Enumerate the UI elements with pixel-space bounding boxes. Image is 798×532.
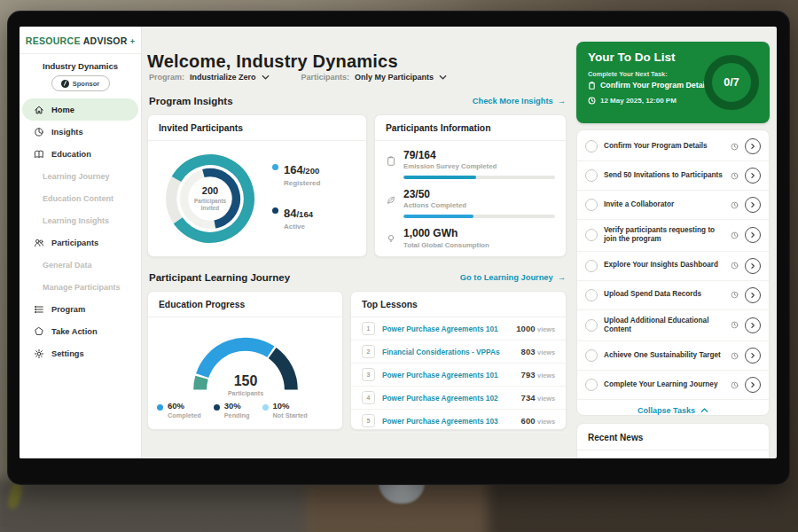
gauge-center: 150 Participants [178, 374, 313, 396]
task-checkbox[interactable] [585, 260, 598, 272]
sidebar-item-label: Learning Journey [43, 172, 110, 181]
logo-plus: + [130, 37, 136, 46]
legend-label: Registered [284, 179, 320, 187]
lesson-row: 5 Power Purchase Agreements 103 600 view… [351, 410, 566, 433]
card-title: Education Progress [148, 292, 342, 317]
sidebar-item-program[interactable]: Program [22, 298, 138, 320]
lesson-link[interactable]: Power Purchase Agreements 101 [382, 371, 514, 379]
clock-icon [731, 231, 739, 239]
task-go-button[interactable] [745, 317, 761, 333]
lesson-views-count: 803 [521, 347, 536, 356]
program-filter[interactable]: Program: Industrialize Zero [149, 73, 270, 82]
sidebar-item-general-data[interactable]: General Data [22, 254, 138, 276]
task-checkbox[interactable] [585, 289, 598, 301]
sidebar-item-learning-insights[interactable]: Learning Insights [22, 209, 138, 231]
info-row-actions: 23/50 Actions Completed [386, 189, 555, 218]
task-go-button[interactable] [745, 258, 761, 274]
todo-task-row[interactable]: Verify participants requesting to join t… [577, 220, 769, 252]
task-go-button[interactable] [745, 168, 761, 184]
todo-task-row[interactable]: Upload Additional Educational Content [577, 310, 769, 342]
clock-icon [731, 352, 739, 360]
lesson-link[interactable]: Power Purchase Agreements 102 [382, 394, 514, 403]
check-more-insights-link[interactable]: Check More Insights → [473, 97, 566, 106]
task-go-button[interactable] [745, 197, 761, 213]
task-checkbox[interactable] [585, 229, 598, 241]
sponsor-badge[interactable]: Sponsor [51, 75, 110, 91]
chevron-down-icon[interactable] [439, 74, 447, 80]
task-go-button[interactable] [745, 377, 761, 393]
sidebar-item-home[interactable]: Home [22, 98, 138, 121]
lesson-rank: 4 [362, 391, 375, 404]
todo-task-row[interactable]: Achieve One Sustainability Target [577, 341, 769, 371]
lesson-link[interactable]: Power Purchase Agreements 103 [382, 417, 514, 426]
invited-count-label: Participants Invited [187, 198, 233, 212]
take-action-icon [34, 326, 44, 337]
sidebar-item-learning-journey[interactable]: Learning Journey [22, 165, 138, 187]
task-checkbox[interactable] [585, 140, 598, 153]
task-go-button[interactable] [745, 227, 761, 243]
todo-task-row[interactable]: Invite a Collaborator [577, 191, 769, 220]
clipboard-icon [588, 82, 596, 90]
todo-task-row[interactable]: Upload Spend Data Records [577, 281, 769, 310]
info-rows: 79/164 Emission Survey Completed 23/50 A… [375, 141, 566, 249]
education-gauge-chart: 150 Participants [178, 322, 313, 396]
link-label: Go to Learning Journey [460, 273, 553, 282]
page-title: Welcome, Industry Dynamics [147, 51, 398, 72]
task-checkbox[interactable] [585, 169, 598, 182]
task-checkbox[interactable] [585, 319, 598, 332]
todo-task-row[interactable]: Confirm Your Program Details [577, 132, 769, 161]
donut-legend: 164/200 Registered 84/164 Active [272, 161, 320, 231]
todo-task-row[interactable]: Complete Your Learning Journey [577, 371, 769, 400]
task-go-button[interactable] [745, 138, 761, 154]
task-label: Verify participants requesting to join t… [604, 226, 724, 245]
legend-dot [262, 404, 269, 411]
lesson-rank: 2 [362, 345, 375, 358]
program-filter-value: Industrialize Zero [190, 73, 256, 82]
task-checkbox[interactable] [585, 199, 598, 211]
lesson-views-count: 1000 [516, 324, 535, 333]
task-checkbox[interactable] [585, 349, 598, 362]
clock-icon [731, 172, 739, 180]
lesson-views-suffix: views [537, 348, 555, 356]
legend-dot [272, 164, 278, 170]
settings-icon [34, 348, 44, 359]
legend-label: Pending [224, 411, 250, 419]
survey-icon [386, 155, 396, 167]
sidebar-item-take-action[interactable]: Take Action [22, 320, 138, 342]
todo-summary-card: Your To Do List Complete Your Next Task:… [576, 42, 770, 123]
legend-value: 84 [284, 207, 296, 220]
chevron-down-icon[interactable] [262, 74, 270, 80]
task-go-button[interactable] [745, 287, 761, 303]
participants-filter-value: Only My Participants [355, 73, 434, 82]
sidebar-item-education-content[interactable]: Education Content [22, 187, 138, 209]
sponsor-icon [61, 80, 69, 88]
legend-value: 164 [284, 163, 303, 176]
sidebar-item-settings[interactable]: Settings [22, 342, 138, 364]
collapse-tasks-label: Collapse Tasks [638, 406, 695, 415]
sidebar-item-education[interactable]: Education [22, 143, 138, 165]
lesson-link[interactable]: Power Purchase Agreements 101 [382, 325, 509, 333]
survey-progress-track [403, 176, 555, 179]
chevron-up-icon [700, 408, 708, 413]
lesson-row: 3 Power Purchase Agreements 101 793 view… [351, 364, 566, 387]
task-label: Achieve One Sustainability Target [604, 351, 724, 360]
task-checkbox[interactable] [585, 379, 598, 391]
survey-label: Emission Survey Completed [403, 162, 555, 170]
sidebar-item-insights[interactable]: Insights [22, 121, 138, 143]
participants-filter[interactable]: Participants: Only My Participants [301, 73, 448, 82]
lesson-link[interactable]: Financial Considerations - VPPAs [382, 348, 514, 356]
participants-count: 150 [178, 374, 313, 388]
sidebar-item-manage-participants[interactable]: Manage Participants [22, 276, 138, 298]
clock-icon [731, 321, 739, 329]
todo-task-row[interactable]: Send 50 Invitations to Participants [577, 161, 769, 191]
info-row-consumption: 1,000 GWh Total Global Consumption [386, 228, 555, 248]
lesson-views-suffix: views [537, 372, 555, 379]
go-to-learning-journey-link[interactable]: Go to Learning Journey → [460, 273, 566, 282]
collapse-tasks-link[interactable]: Collapse Tasks [577, 400, 769, 419]
task-go-button[interactable] [745, 348, 761, 364]
todo-task-row[interactable]: Explore Your Insights Dashboard [577, 252, 769, 281]
task-label: Send 50 Invitations to Participants [604, 171, 724, 180]
sidebar-item-participants[interactable]: Participants [22, 231, 138, 254]
recent-news-title: Recent News [577, 424, 769, 450]
participants-count-label: Participants [178, 390, 313, 396]
